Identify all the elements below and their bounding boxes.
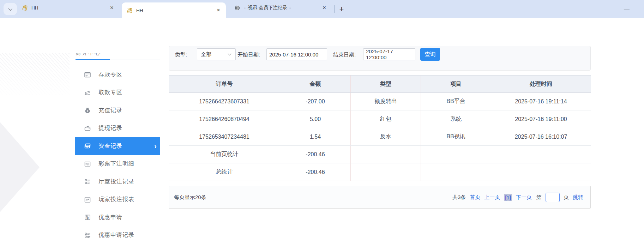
page-size-text: 每页显示20条 bbox=[174, 194, 206, 201]
first-page-link[interactable]: 首页 bbox=[470, 194, 480, 201]
next-page-link[interactable]: 下一页 bbox=[516, 194, 532, 201]
search-button[interactable]: 查询 bbox=[420, 48, 440, 61]
tab-close-icon[interactable]: × bbox=[320, 4, 328, 12]
table-cell bbox=[421, 163, 491, 181]
table-cell: 5.00 bbox=[280, 110, 351, 128]
window-minimize-button[interactable]: — bbox=[622, 4, 631, 13]
table-cell: BB平台 bbox=[421, 93, 491, 110]
table-cell: 1752653407234481 bbox=[169, 128, 280, 145]
tab-close-icon[interactable]: × bbox=[215, 6, 222, 14]
table-header-cell: 类型 bbox=[351, 76, 421, 92]
sidebar-item-label: 优惠申请 bbox=[98, 214, 122, 221]
pagination-bar: 每页显示20条 共3条 首页 上一页 [1] 下一页 第 页 跳转 bbox=[169, 186, 591, 209]
total-count-text: 共3条 bbox=[452, 194, 466, 201]
table-header-cell: 订单号 bbox=[169, 76, 280, 92]
sidebar-item-label: 存款专区 bbox=[98, 71, 122, 79]
tab-close-icon[interactable]: × bbox=[108, 4, 116, 12]
tab-hh-1[interactable]: HH × bbox=[17, 0, 119, 16]
table-header-row: 订单号金额类型项目处理时间 bbox=[169, 75, 591, 93]
sidebar-item-label: 优惠申请记录 bbox=[98, 231, 134, 239]
new-tab-button[interactable]: + bbox=[336, 4, 347, 15]
table-cell bbox=[491, 146, 591, 163]
tab-title: :::视讯 会员下注纪录::: bbox=[244, 5, 316, 11]
table-cell: 1.54 bbox=[280, 128, 351, 145]
sidebar-item-7[interactable]: 厅室投注记录 bbox=[75, 173, 160, 191]
tab-search-button[interactable] bbox=[4, 3, 17, 15]
table-cell: BB视讯 bbox=[421, 128, 491, 145]
sidebar-item-label: 彩票下注明细 bbox=[98, 160, 134, 168]
sidebar-item-1[interactable]: 存款专区 bbox=[75, 66, 160, 84]
sidebar-item-label: 厅室投注记录 bbox=[98, 178, 134, 186]
prev-page-link[interactable]: 上一页 bbox=[484, 194, 500, 201]
table-cell: -200.46 bbox=[280, 163, 351, 181]
svg-text:¥: ¥ bbox=[87, 217, 89, 220]
jump-button[interactable]: 跳转 bbox=[573, 194, 583, 201]
type-select-value: 全部 bbox=[201, 51, 211, 58]
table-cell: -200.46 bbox=[280, 146, 351, 163]
sidebar-item-label: 提现记录 bbox=[98, 125, 122, 132]
tab-hh-2-active[interactable]: HH × bbox=[122, 2, 226, 18]
table-header-cell: 处理时间 bbox=[491, 76, 591, 92]
fund-records-table: 订单号金额类型项目处理时间1752664273607331-207.00额度转出… bbox=[169, 75, 591, 181]
background-texture bbox=[0, 53, 70, 99]
table-row: 17526534072344811.54反水BB视讯2025-07-16 16:… bbox=[169, 128, 591, 146]
watermark-triangle bbox=[0, 122, 46, 214]
usercenter-sidebar: 财务中心 存款专区取款专区¥充值记录提现记录资金记录›彩票下注明细厅室投注记录玩… bbox=[70, 53, 165, 241]
table-row: 当前页统计-200.46 bbox=[169, 146, 591, 163]
tab-separator bbox=[334, 5, 335, 13]
sidebar-item-label: 充值记录 bbox=[98, 107, 122, 114]
chevron-down-icon bbox=[8, 6, 12, 10]
sidebar-item-9[interactable]: ¥优惠申请 bbox=[75, 209, 160, 226]
hh-logo-icon bbox=[127, 7, 133, 13]
type-select[interactable]: 全部 bbox=[197, 48, 236, 60]
sidebar-item-10[interactable]: 优惠申请记录 bbox=[75, 227, 160, 241]
tab-title: HH bbox=[31, 5, 104, 11]
promo-apply-icon: ¥ bbox=[84, 214, 91, 221]
end-date-input[interactable]: 2025-07-17 12:00:00 bbox=[363, 48, 415, 60]
chevron-down-icon bbox=[228, 52, 231, 55]
tab-video-bet-records[interactable]: :::视讯 会员下注纪录::: × bbox=[229, 0, 332, 16]
lottery-detail-icon bbox=[84, 161, 91, 168]
deposit-icon bbox=[84, 71, 91, 78]
table-cell: 红包 bbox=[351, 110, 421, 128]
sidebar-item-4[interactable]: 提现记录 bbox=[75, 120, 160, 137]
hh-logo-icon bbox=[22, 5, 28, 11]
table-header-cell: 项目 bbox=[421, 76, 491, 92]
table-cell: 系统 bbox=[421, 110, 491, 128]
sidebar-header-active-rule bbox=[76, 59, 110, 60]
jump-suffix-text: 页 bbox=[564, 194, 569, 201]
withdraw-icon bbox=[84, 89, 91, 96]
table-cell: 反水 bbox=[351, 128, 421, 145]
table-cell bbox=[491, 163, 591, 181]
cashout-record-icon bbox=[84, 125, 91, 132]
page-content: 财务中心 存款专区取款专区¥充值记录提现记录资金记录›彩票下注明细厅室投注记录玩… bbox=[0, 53, 644, 241]
type-label: 类型: bbox=[175, 49, 187, 61]
filter-panel: 类型: 全部 开始日期: 2025-07-16 12:00:00 结束日期: 2… bbox=[169, 46, 591, 71]
table-cell: 1752664260870494 bbox=[169, 110, 280, 128]
table-row: 1752664273607331-207.00额度转出BB平台2025-07-1… bbox=[169, 93, 591, 110]
browser-toolbar: ← → ⟳ ⌂ mgm1065.com/hhcp/usercenter.html… bbox=[0, 18, 644, 36]
sidebar-item-3[interactable]: ¥充值记录 bbox=[75, 102, 160, 119]
sidebar-item-label: 资金记录 bbox=[98, 143, 122, 150]
table-cell: 总统计 bbox=[169, 163, 280, 181]
start-date-label: 开始日期: bbox=[237, 49, 260, 61]
funds-record-icon bbox=[84, 143, 91, 150]
end-date-label: 结束日期: bbox=[333, 49, 356, 61]
table-cell bbox=[351, 163, 421, 181]
table-cell: -207.00 bbox=[280, 93, 351, 110]
table-cell: 2025-07-16 16:10:07 bbox=[491, 128, 591, 145]
sidebar-item-8[interactable]: 玩家投注报表 bbox=[75, 191, 160, 209]
table-row: 17526642608704945.00红包系统2025-07-16 19:11… bbox=[169, 110, 591, 128]
sidebar-item-5[interactable]: 资金记录› bbox=[75, 137, 160, 155]
sidebar-item-6[interactable]: 彩票下注明细 bbox=[75, 155, 160, 173]
current-page-badge: [1] bbox=[504, 194, 512, 201]
start-date-input[interactable]: 2025-07-16 12:00:00 bbox=[266, 48, 327, 60]
recharge-record-icon: ¥ bbox=[84, 107, 91, 114]
browser-tab-strip: HH × HH × :::视讯 会员下注纪录::: × + — bbox=[0, 0, 644, 18]
page-jump-input[interactable] bbox=[546, 193, 560, 202]
table-cell: 2025-07-16 19:11:14 bbox=[491, 93, 591, 110]
sidebar-item-2[interactable]: 取款专区 bbox=[75, 84, 160, 102]
table-cell bbox=[421, 146, 491, 163]
jump-prefix-text: 第 bbox=[536, 194, 542, 201]
table-cell: 当前页统计 bbox=[169, 146, 280, 163]
